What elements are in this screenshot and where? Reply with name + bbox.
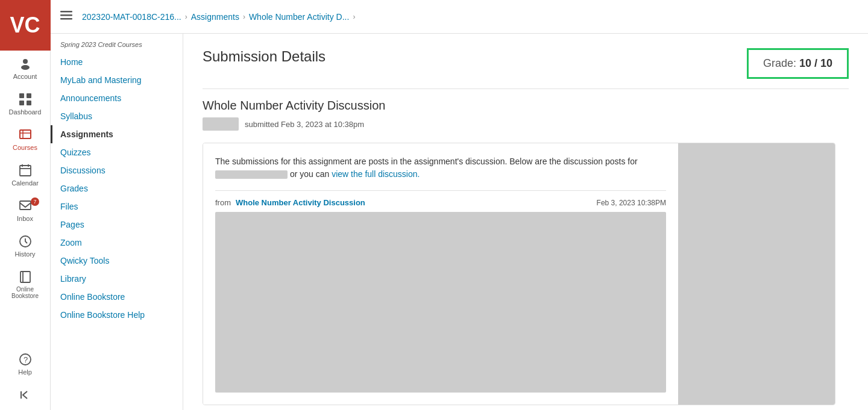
nav-label-calendar: Calendar: [11, 179, 39, 187]
page-title: Submission Details: [203, 48, 326, 65]
svg-rect-20: [60, 11, 72, 13]
sidebar-link-assignments[interactable]: Assignments: [51, 125, 183, 143]
sidebar-link-home[interactable]: Home: [51, 53, 183, 71]
course-sidebar: Spring 2023 Credit Courses Home MyLab an…: [51, 34, 183, 410]
nav-item-dashboard[interactable]: Dashboard: [0, 86, 50, 122]
svg-rect-2: [19, 93, 24, 98]
courses-icon: [18, 128, 33, 142]
sidebar-link-library[interactable]: Library: [51, 270, 183, 288]
sidebar-link-quizzes[interactable]: Quizzes: [51, 143, 183, 161]
sidebar-link-files[interactable]: Files: [51, 197, 183, 216]
collapse-icon: [18, 388, 33, 402]
svg-rect-22: [60, 18, 72, 20]
discussion-user-blur: [215, 170, 288, 179]
breadcrumb-course[interactable]: 202320-MAT-0018C-216...: [82, 12, 181, 22]
svg-rect-9: [20, 166, 31, 176]
grade-label: Grade:: [763, 57, 796, 69]
bookstore-icon: [18, 270, 33, 284]
post-discussion-link[interactable]: Whole Number Activity Discussion: [236, 198, 365, 207]
grade-value: 10 / 10: [799, 57, 832, 69]
logo-text: VC: [10, 14, 40, 36]
dashboard-icon: [18, 92, 33, 107]
svg-point-0: [23, 59, 28, 64]
svg-rect-3: [27, 93, 31, 98]
sidebar-link-qwicky[interactable]: Qwicky Tools: [51, 252, 183, 270]
discussion-sidebar: [678, 143, 835, 405]
nav-item-calendar[interactable]: Calendar: [0, 157, 50, 193]
grade-box: Grade: 10 / 10: [747, 48, 849, 79]
svg-point-1: [21, 65, 30, 70]
sidebar-link-zoom[interactable]: Zoom: [51, 234, 183, 252]
sidebar-link-mylab[interactable]: MyLab and Mastering: [51, 71, 183, 89]
nav-label-help: Help: [18, 368, 32, 376]
breadcrumb-assignments[interactable]: Assignments: [191, 12, 239, 22]
svg-rect-6: [20, 130, 31, 138]
logo[interactable]: VC: [0, 0, 51, 51]
nav-item-history[interactable]: History: [0, 228, 50, 264]
post-item: from Whole Number Activity Discussion Fe…: [215, 190, 666, 393]
nav-label-history: History: [14, 250, 35, 258]
hamburger-menu[interactable]: [60, 9, 72, 24]
svg-rect-21: [60, 14, 72, 16]
post-header: from Whole Number Activity Discussion Fe…: [215, 198, 666, 207]
breadcrumb-current: Whole Number Activity D...: [249, 12, 350, 22]
main-area: 202320-MAT-0018C-216... › Assignments › …: [51, 0, 868, 410]
history-icon: [18, 234, 33, 249]
content-area: Spring 2023 Credit Courses Home MyLab an…: [51, 34, 868, 410]
sidebar-link-online-bookstore[interactable]: Online Bookstore: [51, 288, 183, 306]
submission-info: submitted Feb 3, 2023 at 10:38pm: [203, 117, 849, 131]
discussion-card: The submissions for this assignment are …: [203, 143, 835, 405]
breadcrumb-sep-1: ›: [185, 13, 187, 21]
svg-rect-15: [20, 272, 30, 282]
post-date: Feb 3, 2023 10:38PM: [597, 199, 666, 207]
nav-label-account: Account: [13, 73, 37, 80]
discussion-intro-text-1: The submissions for this assignment are …: [215, 157, 638, 166]
nav-bottom: ? Help: [0, 346, 50, 410]
help-icon: ?: [18, 352, 33, 367]
nav-label-inbox: Inbox: [17, 215, 33, 222]
sidebar-link-pages[interactable]: Pages: [51, 216, 183, 234]
nav-label-courses: Courses: [13, 144, 37, 151]
nav-item-collapse[interactable]: [0, 382, 50, 410]
page-content: Submission Details Grade: 10 / 10 Whole …: [183, 34, 868, 410]
discussion-full-link[interactable]: view the full discussion.: [332, 169, 420, 179]
svg-rect-13: [20, 201, 31, 210]
nav-item-bookstore[interactable]: Online Bookstore: [0, 264, 50, 305]
nav-item-inbox[interactable]: 7 Inbox: [0, 193, 50, 228]
nav-label-bookstore: Online Bookstore: [2, 286, 48, 299]
svg-rect-4: [19, 101, 24, 105]
sidebar-link-announcements[interactable]: Announcements: [51, 89, 183, 107]
account-icon: [18, 57, 33, 71]
breadcrumb-sep-2: ›: [243, 13, 245, 21]
sidebar-link-syllabus[interactable]: Syllabus: [51, 107, 183, 125]
breadcrumb: 202320-MAT-0018C-216... › Assignments › …: [82, 12, 355, 22]
nav-label-dashboard: Dashboard: [9, 108, 42, 116]
assignment-title: Whole Number Activity Discussion: [203, 99, 849, 113]
post-from-label: from: [215, 198, 231, 207]
submitter-avatar: [203, 117, 239, 131]
left-navigation: VC Account Dashboard Courses Calendar 7 …: [0, 0, 51, 410]
course-label: Spring 2023 Credit Courses: [51, 41, 183, 53]
nav-item-account[interactable]: Account: [0, 51, 50, 86]
breadcrumb-sep-3: ›: [353, 13, 355, 21]
svg-rect-5: [27, 101, 31, 105]
divider: [203, 89, 849, 89]
discussion-intro-text-2: or you can: [290, 169, 329, 179]
inbox-icon: [18, 199, 33, 213]
page-header: Submission Details Grade: 10 / 10: [203, 48, 849, 79]
top-bar: 202320-MAT-0018C-216... › Assignments › …: [51, 0, 868, 34]
sidebar-link-online-bookstore-help[interactable]: Online Bookstore Help: [51, 306, 183, 324]
inbox-badge: 7: [31, 197, 39, 206]
sidebar-link-discussions[interactable]: Discussions: [51, 161, 183, 179]
calendar-icon: [18, 163, 33, 178]
discussion-intro: The submissions for this assignment are …: [215, 155, 666, 181]
svg-text:?: ?: [24, 355, 28, 364]
post-content: [215, 212, 666, 393]
nav-item-courses[interactable]: Courses: [0, 122, 50, 157]
discussion-main: The submissions for this assignment are …: [203, 143, 678, 405]
submitted-text: submitted Feb 3, 2023 at 10:38pm: [245, 120, 364, 129]
nav-item-help[interactable]: ? Help: [0, 346, 50, 382]
sidebar-link-grades[interactable]: Grades: [51, 179, 183, 197]
